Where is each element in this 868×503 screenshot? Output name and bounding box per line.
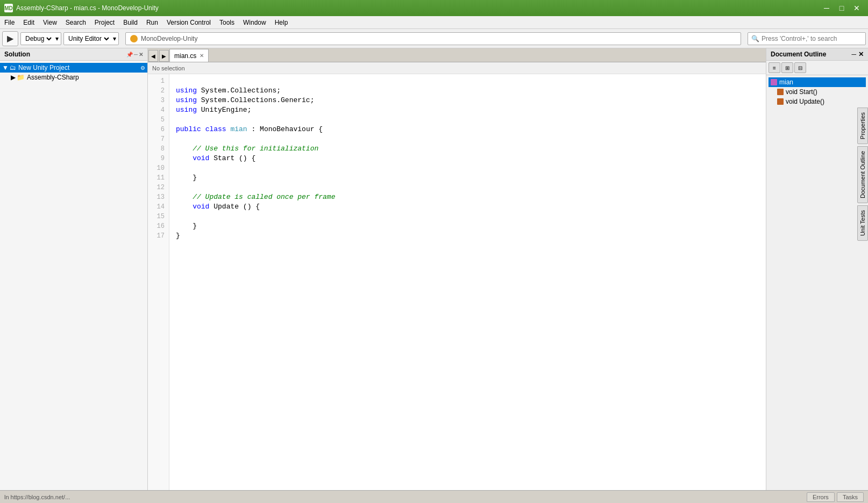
assembly-icon: 📁 xyxy=(17,74,25,81)
line-num-3: 3 xyxy=(150,96,165,105)
outline-label-update: void Update() xyxy=(786,98,824,105)
window-controls: ─ □ ✕ xyxy=(820,3,864,13)
code-content[interactable]: using System.Collections; using System.C… xyxy=(169,74,766,490)
code-line-15: } xyxy=(176,222,197,230)
doc-outline-close-icon[interactable]: ✕ xyxy=(858,51,864,58)
menu-search[interactable]: Search xyxy=(61,16,90,28)
tab-mian-cs-label: mian.cs xyxy=(174,52,196,60)
line-num-12: 12 xyxy=(150,183,165,192)
menu-edit[interactable]: Edit xyxy=(19,16,39,28)
title-text: Assembly-CSharp - mian.cs - MonoDevelop-… xyxy=(16,4,820,12)
unity-editor-select[interactable]: Unity Editor xyxy=(66,34,111,43)
menu-tools[interactable]: Tools xyxy=(215,16,239,28)
code-line-8: void Start () { xyxy=(176,154,255,162)
maximize-button[interactable]: □ xyxy=(835,3,849,13)
line-num-9: 9 xyxy=(150,154,165,163)
outline-item-update[interactable]: void Update() xyxy=(769,97,866,106)
sidebar: Solution 📌 ─ ✕ ▼ 🗂 New Unity Project ⚙ ▶… xyxy=(0,48,148,490)
menu-project[interactable]: Project xyxy=(90,16,119,28)
line-num-6: 6 xyxy=(150,125,165,134)
sidebar-header: Solution 📌 ─ ✕ xyxy=(0,48,147,61)
search-box[interactable]: 🔍 xyxy=(748,32,866,45)
side-tab-unit-tests[interactable]: Unit Tests xyxy=(857,205,868,241)
doc-outline-min-icon[interactable]: ─ xyxy=(851,51,856,58)
code-line-1: using System.Collections; xyxy=(176,87,281,95)
monodevelop-icon xyxy=(130,35,138,42)
search-icon: 🔍 xyxy=(751,35,759,42)
outline-item-start[interactable]: void Start() xyxy=(769,87,866,97)
line-num-4: 4 xyxy=(150,105,165,115)
line-num-2: 2 xyxy=(150,86,165,96)
method-icon-start xyxy=(777,89,784,95)
menu-build[interactable]: Build xyxy=(119,16,142,28)
line-numbers: 1 2 3 4 5 6 7 8 9 10 11 12 13 14 15 16 1… xyxy=(148,74,169,490)
menu-window[interactable]: Window xyxy=(239,16,271,28)
doc-outline-controls: ─ ✕ xyxy=(851,51,864,58)
assembly-label: Assembly-CSharp xyxy=(27,74,79,81)
solution-options-icon[interactable]: ⚙ xyxy=(140,65,145,71)
selection-status-bar: No selection xyxy=(148,62,766,74)
code-line-2: using System.Collections.Generic; xyxy=(176,96,314,104)
doc-outline-header: Document Outline ─ ✕ xyxy=(766,48,868,61)
tree-item-solution[interactable]: ▼ 🗂 New Unity Project ⚙ xyxy=(0,63,147,73)
solution-tree: ▼ 🗂 New Unity Project ⚙ ▶ 📁 Assembly-CSh… xyxy=(0,61,147,84)
sidebar-header-controls: 📌 ─ ✕ xyxy=(126,52,143,58)
line-num-16: 16 xyxy=(150,221,165,231)
menu-version-control[interactable]: Version Control xyxy=(162,16,215,28)
close-button[interactable]: ✕ xyxy=(850,3,864,13)
debug-dropdown[interactable]: Debug ▾ xyxy=(20,32,61,45)
tab-nav-next[interactable]: ▶ xyxy=(159,50,169,62)
doc-outline-toolbar: ≡ ⊞ ⊟ xyxy=(766,61,868,75)
outline-toolbar-btn-3[interactable]: ⊟ xyxy=(794,62,806,73)
main-layout: Solution 📌 ─ ✕ ▼ 🗂 New Unity Project ⚙ ▶… xyxy=(0,48,868,490)
tab-bar: ◀ ▶ mian.cs ✕ xyxy=(148,48,766,62)
class-icon xyxy=(771,79,777,85)
menu-file[interactable]: File xyxy=(0,16,19,28)
tab-mian-cs[interactable]: mian.cs ✕ xyxy=(169,49,209,62)
sidebar-pin-icon[interactable]: 📌 xyxy=(126,52,133,58)
right-panel: Document Outline ─ ✕ ≡ ⊞ ⊟ mian void Sta… xyxy=(766,48,868,490)
selection-status-text: No selection xyxy=(152,65,185,71)
line-num-10: 10 xyxy=(150,163,165,173)
unity-editor-dropdown[interactable]: Unity Editor ▾ xyxy=(63,32,119,45)
bottom-bar: ln https://blog.csdn.net/... Errors Task… xyxy=(0,490,868,503)
monodevelop-status-bar: MonoDevelop-Unity xyxy=(125,32,741,45)
minimize-button[interactable]: ─ xyxy=(820,3,834,13)
tab-nav-prev[interactable]: ◀ xyxy=(148,50,158,62)
sidebar-close-icon[interactable]: ✕ xyxy=(139,52,143,58)
menu-view[interactable]: View xyxy=(39,16,61,28)
play-button[interactable]: ▶ xyxy=(2,31,18,46)
line-num-15: 15 xyxy=(150,212,165,221)
outline-toolbar-btn-1[interactable]: ≡ xyxy=(769,62,780,73)
code-editor[interactable]: 1 2 3 4 5 6 7 8 9 10 11 12 13 14 15 16 1… xyxy=(148,74,766,490)
debug-select[interactable]: Debug xyxy=(23,34,53,43)
line-num-13: 13 xyxy=(150,192,165,202)
side-tab-properties[interactable]: Properties xyxy=(857,107,868,144)
line-num-14: 14 xyxy=(150,202,165,212)
editor-area: ◀ ▶ mian.cs ✕ No selection 1 2 3 4 5 6 7… xyxy=(148,48,766,490)
doc-outline-tree: mian void Start() void Update() xyxy=(766,75,868,490)
debug-chevron-icon: ▾ xyxy=(55,35,59,42)
line-num-7: 7 xyxy=(150,134,165,144)
monodevelop-label: MonoDevelop-Unity xyxy=(141,35,197,42)
sidebar-minimize-icon[interactable]: ─ xyxy=(134,52,138,58)
sidebar-title: Solution xyxy=(4,51,30,58)
line-num-11: 11 xyxy=(150,173,165,183)
tree-item-assembly[interactable]: ▶ 📁 Assembly-CSharp xyxy=(0,73,147,82)
menu-help[interactable]: Help xyxy=(271,16,293,28)
side-tabs-container: Properties Document Outline Unit Tests xyxy=(857,107,868,242)
bottom-tab-tasks[interactable]: Tasks xyxy=(837,492,864,502)
solution-label: New Unity Project xyxy=(18,64,69,71)
menu-run[interactable]: Run xyxy=(142,16,162,28)
outline-item-mian[interactable]: mian xyxy=(769,77,866,87)
bottom-tab-errors[interactable]: Errors xyxy=(807,492,835,502)
side-tab-document-outline[interactable]: Document Outline xyxy=(857,146,868,203)
code-line-3: using UnityEngine; xyxy=(176,106,251,114)
solution-arrow-icon: ▼ xyxy=(2,64,9,71)
tab-close-icon[interactable]: ✕ xyxy=(200,53,204,59)
search-input[interactable] xyxy=(762,35,862,42)
code-line-7: // Use this for initialization xyxy=(176,145,318,153)
app-icon: MD xyxy=(4,4,13,12)
outline-label-mian: mian xyxy=(779,78,793,86)
outline-toolbar-btn-2[interactable]: ⊞ xyxy=(781,62,793,73)
